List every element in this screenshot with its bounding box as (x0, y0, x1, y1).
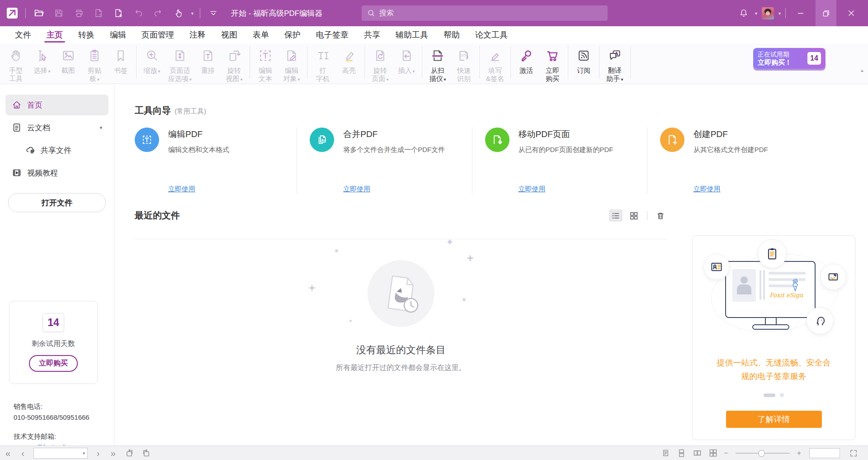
toolbar-button-zoom[interactable]: 缩放▾ (139, 45, 165, 85)
buy-now-button[interactable]: 立即购买 (29, 355, 78, 372)
page-number-combobox[interactable]: ▾ (33, 448, 88, 459)
open-file-button[interactable]: 打开文件 (8, 193, 106, 212)
notifications-bell-icon[interactable] (737, 6, 750, 20)
clear-recent-trash-button[interactable] (654, 209, 667, 222)
account-caret-icon[interactable]: ▾ (778, 11, 781, 16)
notifications-caret-icon[interactable]: ▾ (755, 11, 757, 16)
menu-tab-home[interactable]: 主页 (39, 26, 71, 43)
previous-page-button[interactable]: ‹ (16, 449, 30, 458)
toolbar-button-rotate-view[interactable]: 旋转视图▾ (221, 45, 247, 85)
toolbar-button-snapshot[interactable]: 截图 (55, 45, 81, 84)
print-icon[interactable] (72, 6, 85, 20)
touch-mode-icon[interactable] (171, 6, 185, 20)
trial-period-badge[interactable]: 正在试用期 立即购买！ 14 (753, 48, 826, 69)
zoom-out-button[interactable]: − (721, 449, 731, 457)
toolbar-button-highlight[interactable]: 高亮 (336, 45, 362, 84)
toolbar-button-buy-now[interactable]: 立即购买 (539, 45, 566, 84)
sidebar-item-video-tutorials[interactable]: 视频教程 (5, 162, 108, 183)
menu-tab-comment[interactable]: 注释 (182, 26, 213, 43)
page-number-input[interactable] (34, 449, 83, 457)
use-now-link[interactable]: 立即使用 (519, 185, 546, 194)
zoom-percentage-input[interactable] (810, 449, 840, 457)
menu-tab-help[interactable]: 帮助 (436, 26, 467, 43)
menu-tab-organize[interactable]: 页面管理 (134, 26, 182, 43)
user-avatar[interactable] (762, 7, 774, 19)
card-merge-pdf[interactable]: 合并PDF 将多个文件合并生成一个PDF文件 立即使用 (297, 128, 472, 194)
carousel-dot-active[interactable] (764, 394, 775, 397)
toolbar-button-edit-text[interactable]: 编辑文本 (252, 45, 278, 84)
menu-tab-accessibility[interactable]: 辅助工具 (388, 26, 436, 43)
toolbar-button-fill-sign[interactable]: 填写&签名 (482, 45, 508, 84)
use-now-link[interactable]: 立即使用 (168, 185, 195, 194)
previous-view-button[interactable] (121, 449, 138, 457)
toolbar-button-activate[interactable]: 激活 (513, 45, 539, 84)
toolbar-button-clipboard[interactable]: 剪贴板▾ (81, 45, 108, 85)
redo-icon[interactable] (151, 6, 165, 20)
first-page-button[interactable]: « (0, 449, 16, 458)
menu-tab-share[interactable]: 共享 (356, 26, 388, 43)
toolbar-button-typewriter[interactable]: 打字机 (310, 45, 336, 84)
single-page-view-icon[interactable] (658, 449, 674, 457)
sidebar-item-shared-files[interactable]: 共享文件 (5, 140, 108, 161)
toolbar-button-from-scanner[interactable]: 从扫描仪▾ (425, 45, 451, 85)
facing-continuous-view-icon[interactable] (705, 449, 721, 457)
toolbar-button-hand-tool[interactable]: 手型工具 (3, 45, 29, 84)
toolbar-button-bookmark[interactable]: 书签 (108, 45, 134, 84)
sidebar-item-home[interactable]: 首页 (5, 95, 108, 115)
save-icon[interactable] (52, 6, 66, 20)
menu-tab-view[interactable]: 视图 (213, 26, 245, 43)
zoom-in-button[interactable]: + (794, 449, 804, 457)
last-page-button[interactable]: » (105, 449, 121, 458)
search-input[interactable]: 搜索 (362, 5, 608, 21)
menu-tab-form[interactable]: 表单 (245, 26, 277, 43)
card-edit-pdf[interactable]: 编辑PDF 编辑文档和文本格式 立即使用 (135, 128, 297, 194)
menu-tab-paper-tools[interactable]: 论文工具 (467, 26, 515, 43)
minimize-button[interactable] (790, 0, 811, 26)
toolbar-button-select[interactable]: 选择▾ (29, 45, 55, 85)
card-move-pdf-pages[interactable]: 移动PDF页面 从已有的PDF页面创建新的PDF 立即使用 (472, 128, 647, 194)
zoom-percentage-box[interactable] (809, 448, 840, 458)
menu-tab-protect[interactable]: 保护 (277, 26, 308, 43)
toolbar-button-quick-ocr[interactable]: OCR 快速识别 (451, 45, 477, 84)
restore-window-button[interactable] (816, 0, 836, 26)
toolbar-button-subscribe[interactable]: 订阅 (571, 45, 597, 84)
touch-mode-caret-icon[interactable]: ▾ (191, 11, 193, 16)
next-view-button[interactable] (138, 449, 155, 457)
toolbar-button-insert-pages[interactable]: 插入▾ (393, 45, 420, 85)
open-file-icon[interactable] (32, 6, 46, 20)
collapse-ribbon-icon[interactable] (207, 6, 220, 20)
list-view-button[interactable] (609, 209, 623, 222)
foxit-logo-icon[interactable] (5, 6, 19, 20)
toolbar-button-reflow[interactable]: 重排 (195, 45, 221, 84)
menu-tab-file[interactable]: 文件 (7, 26, 39, 43)
toolbar-button-edit-object[interactable]: 编辑对象▾ (278, 45, 305, 85)
page-dropdown-caret-icon[interactable]: ▾ (83, 451, 87, 455)
fullscreen-icon[interactable] (845, 449, 862, 457)
cloud-docs-caret-icon[interactable]: ▾ (99, 125, 102, 131)
toolbar-button-rotate-pages[interactable]: 旋转页面▾ (367, 45, 393, 85)
toolbar-button-translate-assistant[interactable]: 翻译助手▾ (602, 45, 628, 85)
card-create-pdf[interactable]: 创建PDF 从其它格式文件创建PDF 立即使用 (647, 128, 822, 194)
carousel-dot[interactable] (780, 393, 784, 397)
toolbar-button-fit-page[interactable]: 页面适应选项▾ (165, 45, 195, 85)
carousel-dots[interactable] (693, 393, 855, 397)
next-page-button[interactable]: › (91, 449, 105, 458)
learn-more-button[interactable]: 了解详情 (726, 411, 822, 428)
continuous-view-icon[interactable] (674, 449, 689, 457)
facing-view-icon[interactable] (689, 449, 705, 457)
zoom-slider[interactable] (736, 453, 790, 454)
close-button[interactable] (841, 0, 862, 26)
new-page-icon[interactable] (112, 6, 125, 20)
sidebar-item-cloud-docs[interactable]: 云文档 ▾ (5, 117, 108, 138)
menu-tab-esign[interactable]: 电子签章 (308, 26, 356, 43)
card-description: 从已有的PDF页面创建新的PDF (519, 146, 613, 154)
undo-icon[interactable] (132, 6, 145, 20)
grid-view-button[interactable] (627, 209, 641, 222)
use-now-link[interactable]: 立即使用 (693, 185, 721, 194)
zoom-slider-knob[interactable] (758, 450, 765, 457)
menu-tab-convert[interactable]: 转换 (71, 26, 102, 43)
delete-page-icon[interactable] (92, 6, 105, 20)
use-now-link[interactable]: 立即使用 (343, 185, 370, 194)
menu-tab-edit[interactable]: 编辑 (102, 26, 134, 43)
toolbar-scroll-up-icon[interactable]: ▲ (860, 68, 864, 73)
